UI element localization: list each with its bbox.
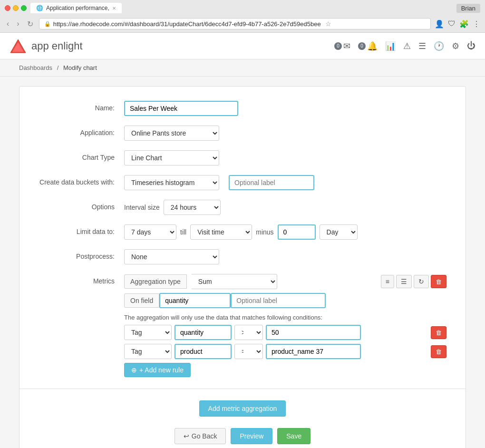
metrics-row: Metrics Aggregation type Sum Count Avera… <box>39 274 446 377</box>
interval-select[interactable]: 24 hours 1 hour 12 hours <box>164 200 221 215</box>
extension-button[interactable]: 🧩 <box>459 19 469 29</box>
limit-label: Limit data to: <box>39 224 124 235</box>
application-control: Online Pants store <box>124 126 446 141</box>
on-field-label: On field <box>124 293 159 308</box>
browser-tab[interactable]: 🌐 Application performance, ✕ <box>30 3 122 13</box>
options-label: Options <box>39 200 124 211</box>
logo-text: app enlight <box>31 40 83 52</box>
bucket-control: Timeseries histogram <box>124 175 446 190</box>
back-nav-button[interactable]: ‹ <box>5 19 11 29</box>
minimize-button[interactable] <box>13 5 19 11</box>
condition-1-value-input[interactable] <box>266 325 361 340</box>
bell-icon[interactable]: 🔔 <box>367 41 378 51</box>
chart-icon[interactable]: 📊 <box>385 41 396 51</box>
condition-2-type-select[interactable]: Tag Field <box>124 344 172 359</box>
mail-badge: 0 <box>334 42 342 50</box>
list-icon[interactable]: ☰ <box>418 41 426 51</box>
minus-value-input[interactable] <box>278 224 316 240</box>
form-container: Name: Application: Online Pants store Ch… <box>19 86 466 448</box>
browser-chrome: 🌐 Application performance, ✕ Brian ‹ › ↻… <box>0 0 485 33</box>
metrics-label: Metrics <box>39 274 124 285</box>
breadcrumb-separator: / <box>57 64 59 71</box>
go-back-label: Go Back <box>192 432 217 440</box>
bell-badge: 0 <box>358 42 366 50</box>
aggregation-select[interactable]: Sum Count Average <box>192 274 277 289</box>
postprocess-control: None <box>124 249 446 264</box>
list-view-button[interactable]: ≡ <box>381 275 394 288</box>
postprocess-select[interactable]: None <box>124 249 219 264</box>
chart-type-select[interactable]: Line Chart <box>124 150 219 166</box>
interval-size-label: Interval size <box>124 204 160 211</box>
condition-2-field-input[interactable] <box>175 344 232 359</box>
on-field-optional-input[interactable] <box>231 293 326 308</box>
mail-icon-group[interactable]: 0 ✉ <box>334 41 350 51</box>
on-field-input[interactable] <box>159 293 231 308</box>
limit-row: Limit data to: 7 days 1 day 30 days till… <box>39 224 446 240</box>
warning-icon[interactable]: ⚠ <box>403 41 411 51</box>
bell-icon-group[interactable]: 0 🔔 <box>358 41 378 51</box>
bucket-optional-label-input[interactable] <box>229 175 314 190</box>
url-text: https://ae.rhodecode.com/#/dashboard/31/… <box>53 20 321 28</box>
reload-button[interactable]: ↻ <box>25 19 35 29</box>
name-row: Name: <box>39 101 446 116</box>
condition-1-type-select[interactable]: Tag Field <box>124 325 172 340</box>
metrics-header: Aggregation type Sum Count Average ≡ ☰ ↻… <box>124 274 446 289</box>
gear-icon[interactable]: ⚙ <box>452 41 459 51</box>
refresh-button[interactable]: ↻ <box>414 275 429 288</box>
days-select[interactable]: Days Hours <box>320 224 358 240</box>
bottom-actions: ↩ Go Back Preview Save <box>39 428 446 444</box>
add-rule-button[interactable]: ⊕ + Add new rule <box>124 363 191 377</box>
lock-icon: 🔒 <box>44 21 51 27</box>
condition-row-2: Tag Field = > < 🗑 <box>124 344 446 359</box>
delete-condition-2-button[interactable]: 🗑 <box>431 345 446 358</box>
options-control: Interval size 24 hours 1 hour 12 hours <box>124 200 446 215</box>
maximize-button[interactable] <box>21 5 27 11</box>
form-divider <box>19 389 466 389</box>
tab-favicon: 🌐 <box>36 5 43 11</box>
condition-1-field-input[interactable] <box>175 325 232 340</box>
address-bar[interactable]: 🔒 https://ae.rhodecode.com/#/dashboard/3… <box>39 18 431 29</box>
options-row: Options Interval size 24 hours 1 hour 12… <box>39 200 446 215</box>
add-metric-button[interactable]: Add metric aggregation <box>199 400 286 417</box>
shield-button[interactable]: 🛡 <box>448 19 456 28</box>
minus-label: minus <box>256 228 273 236</box>
bookmark-icon[interactable]: ☆ <box>325 20 331 28</box>
delete-metric-button[interactable]: 🗑 <box>431 275 446 288</box>
header-icons: 0 ✉ 0 🔔 📊 ⚠ ☰ 🕐 ⚙ ⏻ <box>334 41 475 51</box>
go-back-button[interactable]: ↩ Go Back <box>175 428 226 444</box>
user-account-button[interactable]: 👤 <box>435 19 444 29</box>
bucket-row: Create data buckets with: Timeseries his… <box>39 175 446 190</box>
forward-nav-button[interactable]: › <box>15 19 21 29</box>
application-label: Application: <box>39 126 124 136</box>
menu-button[interactable]: ⋮ <box>473 19 480 29</box>
name-input[interactable] <box>124 101 238 116</box>
clock-icon[interactable]: 🕐 <box>434 41 444 51</box>
name-label: Name: <box>39 101 124 112</box>
condition-2-op-select[interactable]: = > < <box>234 344 263 359</box>
condition-row-1: Tag Field > = < 🗑 <box>124 325 446 340</box>
power-icon[interactable]: ⏻ <box>467 41 475 51</box>
close-button[interactable] <box>5 5 10 11</box>
bucket-select[interactable]: Timeseries histogram <box>124 175 219 190</box>
grid-view-button[interactable]: ☰ <box>396 275 412 288</box>
conditions-description: The aggregation will only use the data t… <box>124 314 446 321</box>
limit-select[interactable]: 7 days 1 day 30 days <box>124 224 176 240</box>
preview-label: Preview <box>240 432 263 440</box>
application-row: Application: Online Pants store <box>39 126 446 141</box>
app-logo[interactable]: app enlight <box>10 38 83 55</box>
visit-time-select[interactable]: Visit time <box>190 224 252 240</box>
condition-2-value-input[interactable] <box>266 344 361 359</box>
preview-button[interactable]: Preview <box>231 428 272 444</box>
on-field-row: On field <box>124 293 446 308</box>
delete-condition-1-button[interactable]: 🗑 <box>431 326 446 339</box>
save-button[interactable]: Save <box>277 428 310 444</box>
tab-close-icon[interactable]: ✕ <box>112 6 116 11</box>
chart-type-control: Line Chart <box>124 150 446 166</box>
mail-icon[interactable]: ✉ <box>343 41 350 51</box>
application-select[interactable]: Online Pants store <box>124 126 219 141</box>
condition-1-op-select[interactable]: > = < <box>234 325 263 340</box>
breadcrumb-dashboards-link[interactable]: Dashboards <box>19 64 52 71</box>
main-content: Name: Application: Online Pants store Ch… <box>0 77 485 448</box>
logo-icon <box>10 38 27 55</box>
chart-type-label: Chart Type <box>39 150 124 161</box>
